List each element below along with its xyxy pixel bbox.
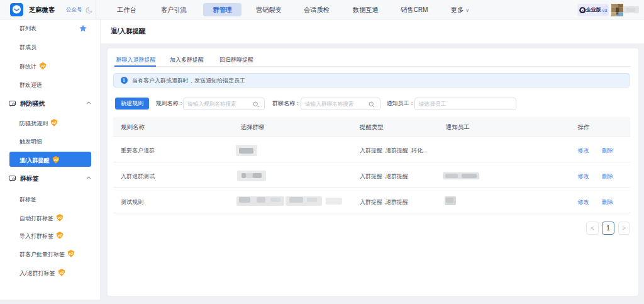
- svg-text:v2: v2: [52, 121, 57, 125]
- svg-text:v2: v2: [58, 234, 62, 237]
- svg-text:v2: v2: [53, 158, 58, 162]
- svg-text:v2: v2: [58, 216, 62, 220]
- svg-text:v2: v2: [69, 252, 74, 256]
- svg-text:v2: v2: [41, 64, 45, 68]
- svg-text:v2: v2: [59, 271, 64, 274]
